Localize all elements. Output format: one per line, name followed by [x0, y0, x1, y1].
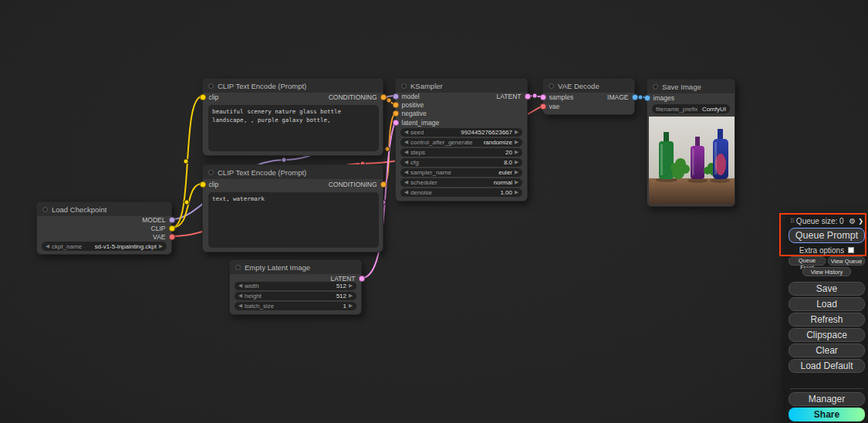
latent-slot-dot[interactable] [393, 120, 399, 126]
input-slot-clip[interactable]: clip [203, 93, 218, 101]
decrement-arrow-icon[interactable]: ◀ [46, 244, 49, 249]
widget-filename-prefix[interactable]: filename_prefix ComfyUI [652, 104, 730, 113]
queue-prompt-button[interactable]: Queue Prompt [789, 228, 865, 243]
vae-slot-dot[interactable] [169, 234, 175, 240]
conditioning-slot-dot[interactable] [380, 181, 387, 188]
clear-button[interactable]: Clear [789, 343, 865, 357]
widget-width[interactable]: ◀ width 512 ▶ [235, 282, 356, 290]
extra-options-checkbox[interactable] [848, 247, 854, 253]
input-slot-vae[interactable]: vae [543, 103, 559, 110]
load-button[interactable]: Load [789, 297, 865, 311]
widget-sampler-name[interactable]: ◀ sampler_name euler ▶ [400, 168, 522, 177]
widget-denoise[interactable]: ◀ denoise 1.00 ▶ [400, 188, 522, 197]
decrement-arrow-icon[interactable]: ◀ [404, 170, 408, 175]
node-header[interactable]: KSampler [396, 79, 527, 93]
prompt-textarea[interactable]: text, watermark [208, 192, 379, 248]
manager-button[interactable]: Manager [789, 392, 865, 406]
input-slot-model[interactable]: model [396, 93, 420, 100]
output-slot-vae[interactable]: VAE [153, 233, 171, 241]
model-slot-dot[interactable] [393, 93, 399, 100]
node-header[interactable]: Save Image [647, 80, 735, 93]
node-vae-decode[interactable]: VAE Decode samples vae IMAGE [542, 78, 635, 115]
node-load-checkpoint[interactable]: Load Checkpoint MODEL CLIP VAE ◀ ckpt_na… [36, 201, 172, 255]
input-slot-images[interactable]: images [647, 94, 674, 102]
latent-slot-dot[interactable] [359, 276, 365, 282]
collapse-dot-icon[interactable] [235, 265, 241, 270]
input-slot-samples[interactable]: samples [543, 93, 573, 101]
latent-slot-dot[interactable] [540, 94, 546, 100]
widget-control-after-generate[interactable]: ◀ control_after_generate randomize ▶ [400, 138, 522, 147]
increment-arrow-icon[interactable]: ▶ [349, 293, 353, 299]
collapse-dot-icon[interactable] [208, 83, 214, 89]
increment-arrow-icon[interactable]: ▶ [515, 160, 518, 165]
widget-height[interactable]: ◀ height 512 ▶ [235, 292, 356, 300]
node-clip-text-encode-positive[interactable]: CLIP Text Encode (Prompt) clip CONDITION… [202, 78, 383, 156]
decrement-arrow-icon[interactable]: ◀ [238, 283, 242, 289]
node-header[interactable]: Load Checkpoint [37, 202, 171, 216]
comfy-menu[interactable]: ⠿ Queue size: 0 ⚙ ❯ Queue Prompt Extra o… [785, 214, 868, 423]
widget-ckpt-name[interactable]: ◀ ckpt_name sd-v1-5-inpainting.ckpt ▶ [42, 242, 167, 251]
collapse-dot-icon[interactable] [42, 207, 48, 212]
node-header[interactable]: Empty Latent Image [230, 260, 361, 274]
conditioning-slot-dot[interactable] [393, 110, 399, 117]
collapse-dot-icon[interactable] [653, 84, 658, 90]
prompt-textarea[interactable]: beautiful scenery nature glass bottle la… [208, 105, 379, 151]
save-button[interactable]: Save [789, 282, 865, 296]
collapse-menu-icon[interactable]: ❯ [858, 218, 863, 225]
increment-arrow-icon[interactable]: ▶ [515, 170, 518, 175]
latent-slot-dot[interactable] [525, 93, 531, 100]
drag-handle-icon[interactable]: ⠿ [790, 218, 794, 225]
load-default-button[interactable]: Load Default [789, 359, 865, 373]
vae-slot-dot[interactable] [540, 103, 546, 110]
node-clip-text-encode-negative[interactable]: CLIP Text Encode (Prompt) clip CONDITION… [202, 164, 383, 252]
conditioning-slot-dot[interactable] [393, 102, 399, 108]
settings-gear-icon[interactable]: ⚙ [849, 217, 856, 225]
increment-arrow-icon[interactable]: ▶ [349, 303, 353, 309]
refresh-button[interactable]: Refresh [789, 313, 865, 327]
model-slot-dot[interactable] [169, 217, 175, 223]
output-slot-model[interactable]: MODEL [142, 216, 171, 224]
increment-arrow-icon[interactable]: ▶ [159, 244, 163, 249]
collapse-dot-icon[interactable] [549, 83, 554, 89]
increment-arrow-icon[interactable]: ▶ [515, 180, 518, 185]
clip-slot-dot[interactable] [200, 94, 206, 100]
decrement-arrow-icon[interactable]: ◀ [404, 140, 408, 145]
node-header[interactable]: CLIP Text Encode (Prompt) [203, 165, 383, 179]
widget-scheduler[interactable]: ◀ scheduler normal ▶ [400, 178, 522, 187]
decrement-arrow-icon[interactable]: ◀ [404, 160, 408, 165]
clip-slot-dot[interactable] [200, 181, 206, 188]
node-header[interactable]: CLIP Text Encode (Prompt) [203, 79, 383, 93]
output-slot-latent[interactable]: LATENT [497, 93, 527, 100]
queue-front-button[interactable]: Queue Front [789, 256, 826, 266]
clipspace-button[interactable]: Clipspace [789, 328, 865, 342]
node-save-image[interactable]: Save Image images filename_prefix ComfyU… [647, 79, 735, 207]
widget-seed[interactable]: ◀ seed 992445276623667 ▶ [400, 128, 522, 137]
node-empty-latent-image[interactable]: Empty Latent Image LATENT ◀ width 512 ▶ … [229, 259, 362, 315]
decrement-arrow-icon[interactable]: ◀ [404, 150, 408, 155]
output-slot-conditioning[interactable]: CONDITIONING [329, 181, 383, 188]
input-slot-clip[interactable]: clip [203, 181, 218, 188]
decrement-arrow-icon[interactable]: ◀ [404, 190, 408, 195]
view-history-button[interactable]: View History [802, 267, 851, 276]
increment-arrow-icon[interactable]: ▶ [515, 130, 518, 135]
decrement-arrow-icon[interactable]: ◀ [238, 293, 242, 299]
node-graph-canvas[interactable]: Load Checkpoint MODEL CLIP VAE ◀ ckpt_na… [0, 0, 868, 423]
image-slot-dot[interactable] [632, 94, 638, 100]
share-button[interactable]: Share [789, 408, 865, 421]
widget-batch-size[interactable]: ◀ batch_size 1 ▶ [235, 302, 356, 310]
node-ksampler[interactable]: KSampler model positive negative latent_… [395, 78, 528, 201]
input-slot-negative[interactable]: negative [396, 110, 427, 117]
node-header[interactable]: VAE Decode [543, 79, 634, 93]
clip-slot-dot[interactable] [169, 225, 175, 232]
input-slot-latent-image[interactable]: latent_image [396, 119, 439, 127]
collapse-dot-icon[interactable] [401, 83, 407, 89]
increment-arrow-icon[interactable]: ▶ [515, 190, 518, 195]
image-slot-dot[interactable] [644, 95, 650, 101]
input-slot-positive[interactable]: positive [396, 101, 424, 109]
widget-steps[interactable]: ◀ steps 20 ▶ [400, 148, 522, 157]
increment-arrow-icon[interactable]: ▶ [515, 150, 518, 155]
decrement-arrow-icon[interactable]: ◀ [404, 130, 408, 135]
decrement-arrow-icon[interactable]: ◀ [404, 180, 408, 185]
increment-arrow-icon[interactable]: ▶ [515, 140, 518, 145]
output-slot-conditioning[interactable]: CONDITIONING [329, 93, 383, 101]
